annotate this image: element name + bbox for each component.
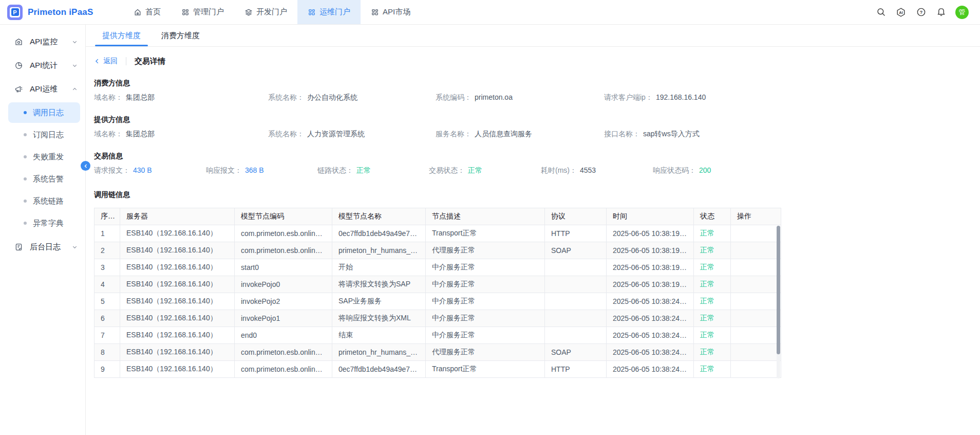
main-content: 提供方维度 消费方维度 返回 交易详情 消费方信息 域名称：集团总部 系统名称：… <box>86 25 980 435</box>
table-cell: 2025-06-05 10:38:24.460 <box>607 327 694 344</box>
nav-item-dev-portal[interactable]: 开发门户 <box>234 0 297 24</box>
status-badge: 正常 <box>694 327 731 344</box>
tab-provider-dimension[interactable]: 提供方维度 <box>94 25 149 46</box>
column-header: 服务器 <box>120 208 235 225</box>
table-cell: com.primeton.esb.online.com... <box>235 225 332 242</box>
table-cell: primeton_hr_humans_query_... <box>332 344 426 361</box>
table-cell: invokePojo0 <box>235 276 332 293</box>
table-cell: 1 <box>95 225 120 242</box>
section-title-call-chain: 调用链信息 <box>94 187 980 202</box>
home-icon <box>134 8 142 16</box>
sidebar-item-api-monitor[interactable]: API监控 <box>0 30 85 53</box>
table-cell: HTTP <box>545 361 607 378</box>
sidebar-collapse-button[interactable] <box>81 161 90 171</box>
table-row: 2ESB140（192.168.16.140）com.primeton.esb.… <box>95 242 781 259</box>
table-cell: 5 <box>95 293 120 310</box>
table-cell: 中介服务正常 <box>426 276 545 293</box>
table-cell <box>545 327 607 344</box>
search-icon[interactable] <box>875 7 887 18</box>
table-cell <box>545 310 607 327</box>
nav-item-home[interactable]: 首页 <box>123 0 171 24</box>
table-cell <box>545 293 607 310</box>
column-header: 状态 <box>694 208 731 225</box>
grid-icon <box>181 8 190 16</box>
transaction-fields: 请求报文：430 B 响应报文：368 B 链路状态：正常 交易状态：正常 耗时… <box>94 163 980 178</box>
table-cell <box>731 327 781 344</box>
request-payload-link[interactable]: 430 B <box>133 166 152 174</box>
megaphone-icon <box>14 85 23 94</box>
field-elapsed-ms: 耗时(ms)：4553 <box>541 166 653 175</box>
table-cell: ESB140（192.168.16.140） <box>120 310 235 327</box>
nav-item-ops-portal[interactable]: 运维门户 <box>297 0 361 24</box>
table-cell: ESB140（192.168.16.140） <box>120 276 235 293</box>
sidebar-item-failure-resend[interactable]: 失败重发 <box>8 147 80 167</box>
table-cell: Transport正常 <box>426 361 545 378</box>
monitor-icon <box>14 38 23 46</box>
table-scrollbar-thumb[interactable] <box>777 226 780 354</box>
status-badge: 正常 <box>694 344 731 361</box>
table-cell <box>731 361 781 378</box>
table-cell: 代理服务正常 <box>426 242 545 259</box>
column-header: 协议 <box>545 208 607 225</box>
svg-text:AI: AI <box>899 10 903 15</box>
chevron-down-icon <box>71 39 78 45</box>
ai-assistant-icon[interactable]: AI <box>895 7 907 18</box>
sidebar-item-api-stats[interactable]: API统计 <box>0 53 85 77</box>
table-cell <box>731 310 781 327</box>
column-header: 模型节点编码 <box>235 208 332 225</box>
table-cell: invokePojo1 <box>235 310 332 327</box>
table-row: 3ESB140（192.168.16.140）start0开始中介服务正常202… <box>95 259 781 276</box>
table-cell: 4 <box>95 276 120 293</box>
sidebar-item-system-links[interactable]: 系统链路 <box>8 191 80 211</box>
bullet-icon <box>24 200 27 203</box>
sidebar-item-system-alerts[interactable]: 系统告警 <box>8 169 80 189</box>
sidebar-item-subscription-logs[interactable]: 订阅日志 <box>8 124 80 145</box>
user-avatar[interactable]: 管 <box>955 6 969 19</box>
divider <box>126 57 126 65</box>
grid-icon <box>371 8 379 16</box>
field-response-payload: 响应报文：368 B <box>206 166 317 175</box>
notification-bell-icon[interactable] <box>935 7 947 18</box>
table-cell <box>731 276 781 293</box>
table-cell: 2025-06-05 10:38:24.460 <box>607 361 694 378</box>
sidebar-item-api-ops[interactable]: API运维 <box>0 77 85 101</box>
table-cell <box>731 293 781 310</box>
table-cell: ESB140（192.168.16.140） <box>120 344 235 361</box>
sidebar-item-exception-dict[interactable]: 异常字典 <box>8 213 80 233</box>
nav-item-admin-portal[interactable]: 管理门户 <box>171 0 234 24</box>
grid-icon <box>308 8 316 16</box>
table-cell: 2025-06-05 10:38:24.460 <box>607 344 694 361</box>
field-service-name: 服务名称：人员信息查询服务 <box>436 130 604 139</box>
portal-nav: 首页 管理门户 开发门户 运维门户 API市场 <box>123 0 421 24</box>
table-cell: end0 <box>235 327 332 344</box>
help-icon[interactable]: ? <box>915 7 927 18</box>
table-cell: 2025-06-05 10:38:19.928 <box>607 259 694 276</box>
table-cell: 9 <box>95 361 120 378</box>
nav-item-api-market[interactable]: API市场 <box>361 0 421 24</box>
table-cell: 0ec7ffdb1deb49a49e7873159... <box>332 361 426 378</box>
table-cell: 中介服务正常 <box>426 259 545 276</box>
bullet-icon <box>24 155 27 158</box>
table-cell <box>545 259 607 276</box>
table-cell <box>731 259 781 276</box>
field-domain-name: 域名称：集团总部 <box>94 130 268 139</box>
table-cell: 2025-06-05 10:38:19.937 <box>607 276 694 293</box>
back-button[interactable]: 返回 <box>94 57 118 66</box>
sidebar-item-call-logs[interactable]: 调用日志 <box>8 102 80 123</box>
field-system-name: 系统名称：人力资源管理系统 <box>268 130 436 139</box>
tab-consumer-dimension[interactable]: 消费方维度 <box>153 25 208 46</box>
provider-fields: 域名称：集团总部 系统名称：人力资源管理系统 服务名称：人员信息查询服务 接口名… <box>94 126 980 142</box>
table-cell: 中介服务正常 <box>426 293 545 310</box>
sidebar: API监控 API统计 API运维 调用日志 <box>0 25 86 435</box>
status-badge: 正常 <box>356 166 371 174</box>
sidebar-item-backend-logs[interactable]: 后台日志 <box>0 235 85 259</box>
bullet-icon <box>24 222 27 225</box>
table-cell: ESB140（192.168.16.140） <box>120 259 235 276</box>
response-payload-link[interactable]: 368 B <box>245 166 264 174</box>
section-title-consumer: 消费方信息 <box>94 76 980 90</box>
table-row: 5ESB140（192.168.16.140）invokePojo2SAP业务服… <box>95 293 781 310</box>
table-row: 4ESB140（192.168.16.140）invokePojo0将请求报文转… <box>95 276 781 293</box>
field-system-name: 系统名称：办公自动化系统 <box>268 93 436 102</box>
bullet-icon <box>24 177 27 180</box>
status-badge: 正常 <box>694 310 731 327</box>
